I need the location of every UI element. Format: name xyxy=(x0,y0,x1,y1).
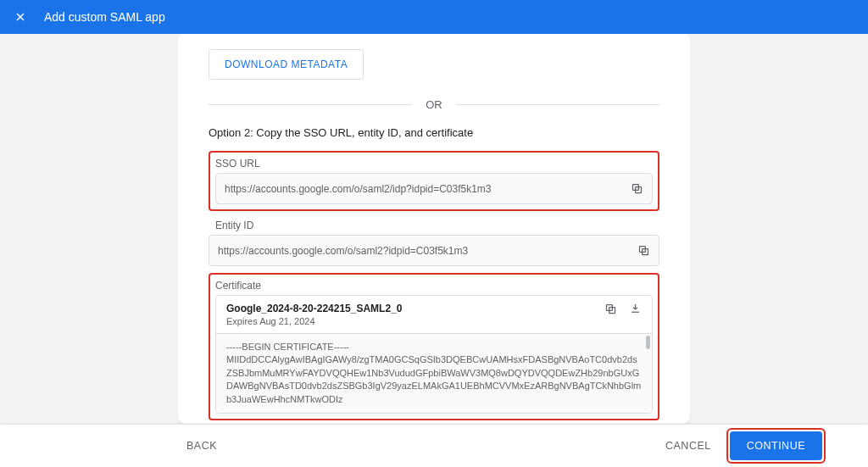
certificate-label: Certificate xyxy=(215,280,653,292)
scrollbar[interactable] xyxy=(646,336,650,349)
or-divider: OR xyxy=(209,98,659,111)
certificate-highlight: Certificate Google_2024-8-20-224215_SAML… xyxy=(209,273,659,420)
certificate-title: Google_2024-8-20-224215_SAML2_0 xyxy=(226,303,402,314)
svg-rect-6 xyxy=(632,312,639,313)
copy-icon[interactable] xyxy=(604,303,617,315)
cert-line: MIIDdDCCAlygAwIBAgIGAWy8/zgTMA0GCSqGSIb3… xyxy=(226,353,642,406)
back-button[interactable]: BACK xyxy=(186,440,217,452)
divider-text: OR xyxy=(412,98,456,111)
certificate-box: Google_2024-8-20-224215_SAML2_0 Expires … xyxy=(215,295,653,414)
dialog-header: Add custom SAML app xyxy=(0,0,868,34)
entity-id-value: https://accounts.google.com/o/saml2?idpi… xyxy=(218,245,468,257)
download-metadata-button[interactable]: DOWNLOAD METADATA xyxy=(209,49,364,80)
certificate-expires: Expires Aug 21, 2024 xyxy=(226,316,402,326)
certificate-body: -----BEGIN CERTIFICATE----- MIIDdDCCAlyg… xyxy=(216,333,652,413)
entity-id-label: Entity ID xyxy=(209,220,659,231)
entity-id-field: https://accounts.google.com/o/saml2?idpi… xyxy=(209,235,659,266)
sso-url-highlight: SSO URL https://accounts.google.com/o/sa… xyxy=(209,151,659,211)
continue-highlight: CONTINUE xyxy=(726,428,826,464)
download-icon[interactable] xyxy=(629,303,642,315)
cert-line: -----BEGIN CERTIFICATE----- xyxy=(226,341,642,353)
copy-icon[interactable] xyxy=(631,182,643,195)
sso-url-field: https://accounts.google.com/o/saml2/idp?… xyxy=(215,173,653,204)
close-icon[interactable] xyxy=(14,10,27,24)
continue-button[interactable]: CONTINUE xyxy=(730,431,822,460)
option2-heading: Option 2: Copy the SSO URL, entity ID, a… xyxy=(209,126,659,139)
cancel-button[interactable]: CANCEL xyxy=(665,440,711,452)
sso-url-value: https://accounts.google.com/o/saml2/idp?… xyxy=(225,183,492,195)
sso-url-label: SSO URL xyxy=(215,158,653,170)
footer-bar: BACK CANCEL CONTINUE xyxy=(0,425,868,467)
header-title: Add custom SAML app xyxy=(44,10,165,24)
copy-icon[interactable] xyxy=(637,244,650,257)
main-card: DOWNLOAD METADATA OR Option 2: Copy the … xyxy=(178,34,690,424)
